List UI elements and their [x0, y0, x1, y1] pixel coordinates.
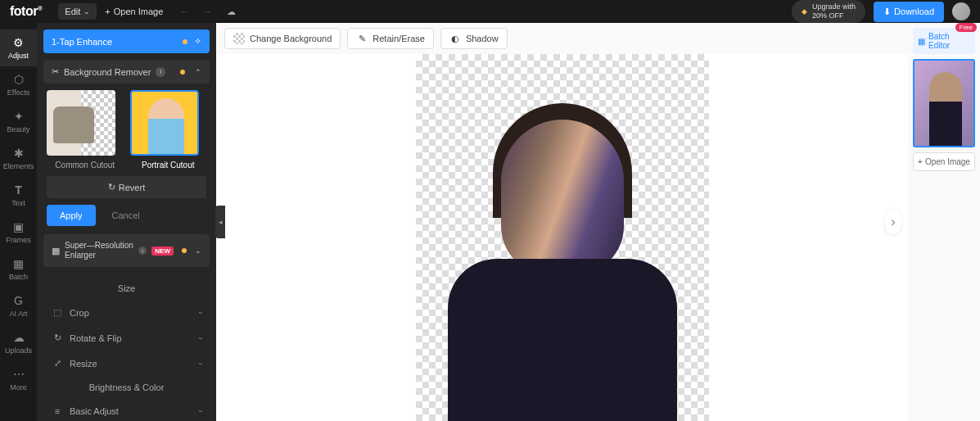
scissors-icon: ✂ [52, 66, 59, 77]
change-background-button[interactable]: Change Background [224, 28, 341, 49]
free-badge: Free [955, 23, 977, 32]
portrait-cutout-label: Portrait Cutout [130, 161, 207, 170]
wand-icon: ✧ [194, 36, 201, 47]
resize-icon: ⤢ [52, 358, 63, 369]
tool-strip: ⚙Adjust ⬡Effects ✦Beauty ✱Elements TText… [0, 23, 37, 421]
basic-adjust-row[interactable]: ≡Basic Adjust› [43, 399, 210, 421]
common-cutout-thumb [47, 90, 115, 156]
text-icon: T [12, 183, 25, 197]
ai-art-icon: G [12, 294, 25, 307]
tool-batch[interactable]: ▦Batch [0, 251, 37, 287]
plus-icon: + [918, 157, 923, 166]
retain-erase-button[interactable]: ✎Retain/Erase [347, 28, 434, 49]
avatar[interactable] [952, 2, 970, 20]
super-resolution-label: Super—ResolutionEnlarger [65, 241, 133, 260]
super-resolution-row[interactable]: ▩ Super—ResolutionEnlarger i NEW ⌄ [43, 234, 210, 267]
tool-effects[interactable]: ⬡Effects [0, 66, 37, 103]
shadow-button[interactable]: ◐Shadow [440, 28, 508, 49]
crop-row[interactable]: ⬚Crop› [43, 300, 210, 325]
portrait-cutout-thumb [130, 90, 199, 156]
logo: fotor® [10, 4, 42, 19]
background-remover-header[interactable]: ✂ Background Remover i ⌃ [43, 60, 210, 84]
elements-icon: ✱ [12, 147, 25, 160]
size-section-title: Size [43, 277, 210, 300]
portrait-cutout-option[interactable]: Portrait Cutout [130, 90, 207, 170]
info-icon: i [138, 247, 147, 255]
chevron-down-icon: › [196, 311, 205, 314]
new-badge: NEW [151, 247, 174, 256]
chevron-down-icon: › [196, 337, 205, 339]
one-tap-enhance[interactable]: 1-Tap Enhance✧ [43, 29, 210, 53]
redo-icon[interactable]: → [203, 7, 212, 17]
chevron-down-icon: › [196, 410, 205, 413]
cancel-button[interactable]: Cancel [102, 205, 150, 226]
brightness-section-title: Brightness & Color [43, 376, 210, 399]
batch-editor-icon: ▦ [918, 37, 925, 46]
diamond-icon: ◆ [802, 7, 807, 16]
upgrade-button[interactable]: ◆ Upgrade with 20% OFF [792, 0, 865, 23]
tool-uploads[interactable]: ☁Uploads [0, 324, 37, 361]
side-panel: 1-Tap Enhance✧ ✂ Background Remover i ⌃ … [37, 23, 216, 421]
tool-adjust[interactable]: ⚙Adjust [0, 29, 37, 66]
revert-icon: ↻ [108, 182, 115, 192]
apply-button[interactable]: Apply [47, 205, 96, 226]
premium-dot-icon [180, 70, 185, 75]
tool-elements[interactable]: ✱Elements [0, 140, 37, 177]
tool-more[interactable]: ⋯More [0, 361, 37, 398]
transparency-icon [233, 33, 245, 44]
tool-ai-art[interactable]: GAI Art [0, 287, 37, 324]
tool-beauty[interactable]: ✦Beauty [0, 103, 37, 140]
effects-icon: ⬡ [12, 73, 25, 86]
open-image-button[interactable]: +Open Image [105, 7, 163, 16]
batch-icon: ▦ [12, 257, 25, 270]
info-icon: i [156, 67, 165, 77]
premium-dot-icon [183, 39, 187, 44]
plus-icon: + [105, 7, 110, 16]
canvas-area: Change Background ✎Retain/Erase ◐Shadow … [216, 23, 908, 421]
chevron-down-icon: ⌄ [195, 247, 201, 255]
shadow-icon: ◐ [449, 33, 461, 44]
sliders-icon: ≡ [52, 406, 63, 416]
cloud-icon[interactable]: ☁ [227, 7, 236, 17]
beauty-icon: ✦ [12, 110, 25, 123]
uploads-icon: ☁ [12, 331, 25, 344]
top-bar: fotor® Edit⌄ +Open Image ← → ☁ ◆ Upgrade… [0, 0, 980, 23]
more-icon: ⋯ [12, 368, 25, 381]
adjust-icon: ⚙ [12, 36, 25, 49]
rotate-flip-row[interactable]: ↻Rotate & Flip› [43, 325, 210, 351]
canvas-toolbar: Change Background ✎Retain/Erase ◐Shadow [216, 23, 908, 54]
chevron-down-icon: ⌄ [84, 7, 90, 16]
undo-icon[interactable]: ← [179, 7, 188, 17]
tool-text[interactable]: TText [0, 177, 37, 214]
frames-icon: ▣ [12, 220, 25, 233]
image-thumbnail[interactable] [913, 59, 975, 147]
premium-dot-icon [182, 248, 187, 253]
pencil-icon: ✎ [356, 33, 368, 44]
batch-editor-button[interactable]: ▦ Batch Editor Free [913, 28, 975, 54]
download-button[interactable]: ⬇Download [874, 2, 944, 22]
common-cutout-label: Common Cutout [47, 161, 124, 170]
resize-row[interactable]: ⤢Resize› [43, 351, 210, 376]
edited-image [416, 54, 709, 421]
chevron-up-icon: ⌃ [195, 68, 201, 76]
right-panel-toggle[interactable]: › [885, 210, 901, 234]
right-panel: ▦ Batch Editor Free +Open Image [908, 23, 980, 421]
edit-menu[interactable]: Edit⌄ [58, 3, 97, 20]
canvas[interactable] [216, 54, 908, 421]
common-cutout-option[interactable]: Common Cutout [47, 90, 124, 170]
enlarge-icon: ▩ [52, 246, 60, 256]
chevron-down-icon: › [196, 362, 205, 364]
open-image-right-button[interactable]: +Open Image [913, 152, 975, 171]
panel-collapse-handle[interactable]: ◂ [215, 206, 225, 238]
crop-icon: ⬚ [52, 307, 63, 318]
revert-button[interactable]: ↻Revert [47, 176, 206, 198]
history-nav: ← → ☁ [179, 7, 236, 17]
download-icon: ⬇ [883, 7, 891, 17]
rotate-icon: ↻ [52, 333, 63, 343]
tool-frames[interactable]: ▣Frames [0, 214, 37, 251]
